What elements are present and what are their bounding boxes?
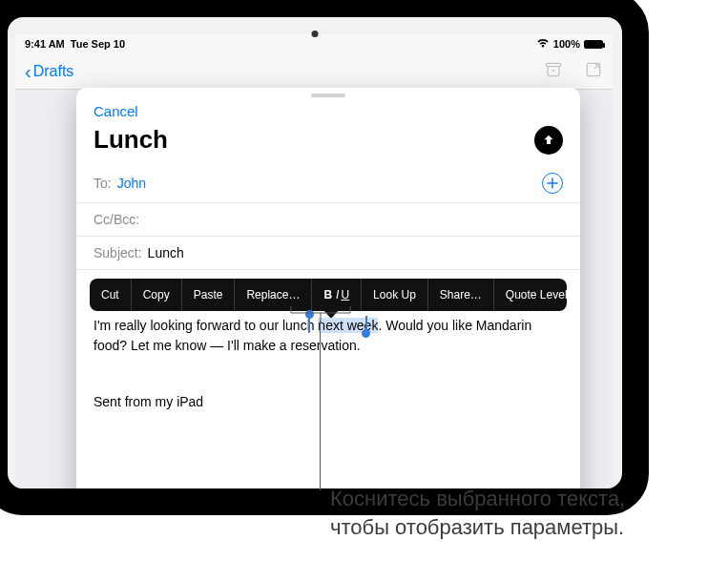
compose-modal: Cancel Lunch To: John Cc/Bcc: Subject: — [76, 88, 580, 488]
wifi-icon — [536, 38, 550, 50]
send-button[interactable] — [534, 126, 563, 155]
subject-row[interactable]: Subject: Lunch — [76, 237, 580, 270]
body-paragraph[interactable]: I'm really looking forward to our lunch … — [94, 316, 563, 356]
ccbcc-row[interactable]: Cc/Bcc: — [76, 203, 580, 237]
archive-icon[interactable] — [544, 60, 563, 83]
status-date: Tue Sep 10 — [71, 38, 125, 50]
screen: 9:41 AM Tue Sep 10 100% ‹ Drafts — [15, 34, 613, 488]
subject-label: Subject: — [94, 245, 142, 260]
to-value[interactable]: John — [117, 176, 146, 191]
selection-stick-start — [308, 316, 310, 333]
cancel-button[interactable]: Cancel — [94, 103, 138, 119]
camera-dot — [312, 31, 319, 37]
add-contact-button[interactable] — [542, 173, 563, 194]
compose-icon[interactable] — [584, 60, 603, 83]
ccbcc-label: Cc/Bcc: — [94, 212, 139, 227]
email-body[interactable]: I'm really looking forward to our lunch … — [76, 270, 580, 488]
battery-icon — [584, 40, 603, 49]
status-bar: 9:41 AM Tue Sep 10 100% — [15, 34, 613, 53]
to-label: To: — [94, 176, 112, 191]
body-before: I'm really looking forward to our lunch — [94, 318, 318, 333]
battery-pct: 100% — [553, 38, 580, 50]
selection-stick-end — [365, 316, 367, 333]
mail-nav-bar: ‹ Drafts — [15, 53, 613, 90]
chevron-left-icon: ‹ — [25, 62, 31, 81]
signature: Sent from my iPad — [94, 392, 563, 412]
ipad-frame: 9:41 AM Tue Sep 10 100% ‹ Drafts — [0, 0, 649, 515]
to-row[interactable]: To: John — [76, 164, 580, 203]
svg-rect-0 — [547, 63, 561, 66]
caption-line1: Коснитесь выбранного текста, — [330, 485, 728, 513]
caption: Коснитесь выбранного текста, чтобы отобр… — [330, 485, 728, 541]
back-label: Drafts — [33, 63, 74, 80]
status-time: 9:41 AM — [25, 38, 65, 50]
email-title: Lunch — [94, 125, 168, 155]
caption-line2: чтобы отобразить параметры. — [330, 513, 728, 542]
subject-value: Lunch — [148, 245, 184, 260]
back-button[interactable]: ‹ Drafts — [25, 62, 73, 81]
